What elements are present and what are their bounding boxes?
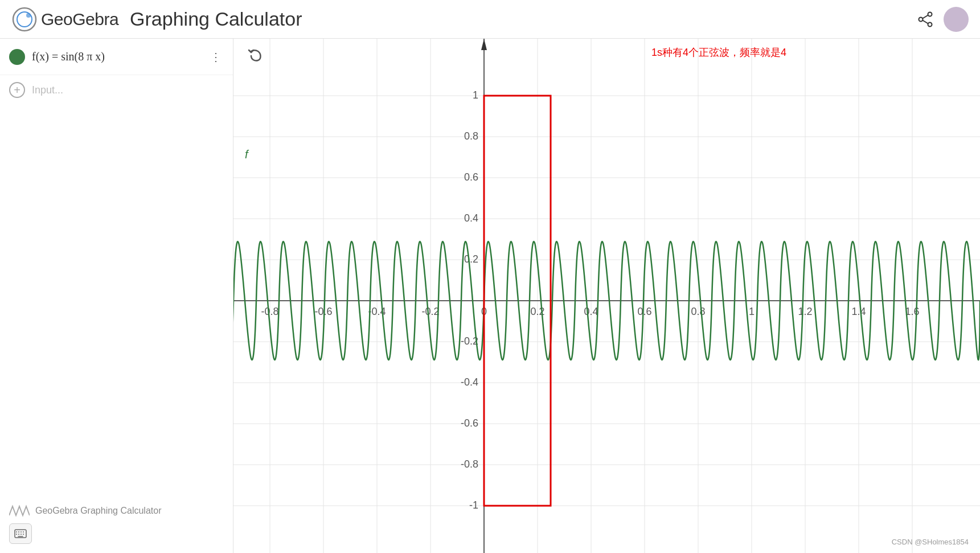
share-svg [917,11,933,27]
keyboard-button[interactable] [9,523,32,544]
keyboard-icon [14,529,27,538]
svg-text:1.2: 1.2 [798,306,812,317]
svg-point-2 [26,13,31,18]
sidebar-footer: GeoGebra Graphing Calculator [0,495,233,553]
svg-line-7 [922,20,928,23]
header: GeoGebra Graphing Calculator [0,0,980,39]
main-content: f(x) = sin(8 π x) ⋮ + Input... GeoGebra … [0,39,980,553]
svg-text:-0.8: -0.8 [461,458,478,470]
svg-text:0.6: 0.6 [637,306,651,317]
undo-icon [247,48,264,64]
svg-rect-18 [233,39,980,553]
svg-text:1: 1 [749,306,755,317]
sidebar: f(x) = sin(8 π x) ⋮ + Input... GeoGebra … [0,39,233,553]
svg-text:-0.4: -0.4 [461,376,478,388]
app-title: Graphing Calculator [130,8,302,30]
svg-text:1: 1 [473,89,478,101]
undo-button[interactable] [245,46,265,66]
user-avatar[interactable] [944,7,969,32]
svg-line-6 [922,15,928,18]
svg-text:0.4: 0.4 [464,212,478,224]
function-row: f(x) = sin(8 π x) ⋮ [0,39,233,75]
brand-label: GeoGebra Graphing Calculator [9,504,224,518]
graph-area: 1s种有4个正弦波，频率就是4 [233,39,980,553]
svg-text:0.8: 0.8 [464,130,478,142]
input-placeholder: Input... [32,84,63,96]
svg-text:-0.8: -0.8 [261,306,278,317]
logo-text: GeoGebra [41,10,118,29]
svg-point-3 [928,12,932,16]
watermark: CSDN @SHolmes1854 [892,538,969,546]
function-expression: f(x) = sin(8 π x) [32,50,201,63]
header-actions [916,7,969,32]
svg-point-5 [919,17,923,21]
svg-point-4 [928,22,932,26]
svg-text:0.2: 0.2 [464,253,478,265]
function-menu-button[interactable]: ⋮ [208,49,224,65]
svg-text:-0.2: -0.2 [421,306,439,317]
svg-text:1.4: 1.4 [851,306,866,317]
svg-text:0.8: 0.8 [691,306,705,317]
svg-text:0.4: 0.4 [584,306,598,317]
svg-text:-1: -1 [469,499,478,511]
function-color-dot[interactable] [9,49,25,65]
svg-text:-0.6: -0.6 [461,417,478,429]
add-icon: + [9,82,25,98]
add-expression-row[interactable]: + Input... [0,75,233,105]
logo-icon [11,6,38,32]
share-icon[interactable] [916,10,934,28]
svg-text:0.6: 0.6 [464,171,478,183]
graph-svg: -1.2 -1 -0.8 -0.6 -0.4 -0.2 0 0.2 0.4 0.… [233,39,980,553]
brand-wave-icon [9,504,30,518]
geogebra-logo: GeoGebra [11,6,118,32]
